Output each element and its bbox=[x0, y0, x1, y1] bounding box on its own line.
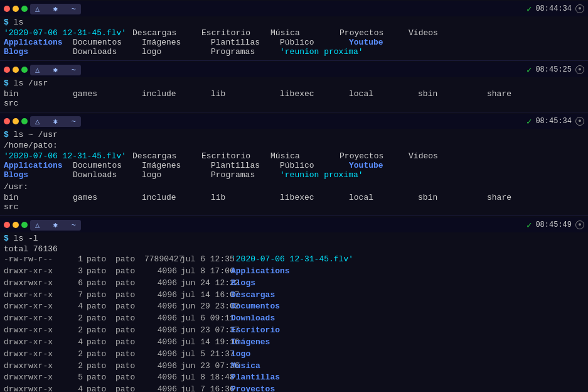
ll-links: 2 bbox=[72, 325, 83, 337]
ll-name: '2020-07-06 12-31-45.flv' bbox=[231, 254, 584, 266]
close-btn-4[interactable] bbox=[4, 222, 10, 228]
maximize-btn-2[interactable] bbox=[21, 67, 28, 73]
table-row: drwxr-xr-x 3 pato pato 4096 jul 8 17:06 … bbox=[4, 266, 584, 278]
header-right-3: ✓ 08:45:34 ● bbox=[527, 116, 584, 127]
ll-date: jun 29 23:02 bbox=[181, 301, 231, 313]
table-row: drwxrwxr-x 6 pato pato 4096 jun 24 12:22… bbox=[4, 278, 584, 290]
info-btn-3[interactable]: ● bbox=[575, 117, 584, 126]
ls-item: Plantillas bbox=[211, 161, 280, 170]
ls-item: '2020-07-06 12-31-45.flv' bbox=[4, 28, 132, 38]
ll-size: 4096 bbox=[144, 301, 177, 313]
ll-user: pato bbox=[87, 278, 115, 290]
ll-date: jul 14 19:16 bbox=[181, 337, 231, 349]
ls-item: sbin bbox=[418, 193, 487, 202]
ls-item: sbin bbox=[418, 89, 487, 99]
ll-user: pato bbox=[87, 325, 115, 337]
ll-perm: drwxrwxr-x bbox=[4, 372, 72, 384]
ll-perm: drwxr-xr-x bbox=[4, 301, 72, 313]
ls-output-1c: Blogs Downloads logo Programas 'reunion … bbox=[4, 47, 584, 57]
ll-listing: -rw-rw-r-- 1 pato pato 77890427 jul 6 12… bbox=[4, 254, 584, 392]
ll-links: 2 bbox=[72, 349, 83, 361]
ll-name: Escritorio bbox=[231, 325, 584, 337]
ls-item: Documentos bbox=[73, 38, 142, 47]
tab-home[interactable]: △ ✱ ~ bbox=[30, 4, 81, 14]
ll-user: pato bbox=[87, 313, 115, 325]
tab-4[interactable]: △ ✱ ~ bbox=[30, 220, 81, 231]
ll-perm: drwxr-xr-x bbox=[4, 325, 72, 337]
ls-item: lib bbox=[211, 193, 280, 202]
ll-size: 4096 bbox=[144, 349, 177, 361]
ll-user: pato bbox=[87, 384, 115, 392]
ll-links: 4 bbox=[72, 337, 83, 349]
ll-user: pato bbox=[87, 266, 115, 278]
block1-content: $ ls '2020-07-06 12-31-45.flv' Descargas… bbox=[0, 16, 588, 59]
ll-group: pato bbox=[115, 278, 144, 290]
ls-item: src bbox=[4, 99, 73, 108]
ll-perm: drwxr-xr-x bbox=[4, 349, 72, 361]
header-left-4: △ ✱ ~ bbox=[4, 220, 81, 231]
ll-date: jul 7 16:36 bbox=[181, 384, 231, 392]
ls-item: Youtube bbox=[349, 38, 418, 47]
ll-links: 4 bbox=[72, 301, 83, 313]
header-left-2: △ ✱ ~ bbox=[4, 65, 81, 75]
ll-perm: drwxrwxr-x bbox=[4, 278, 72, 290]
ls-item: libexec bbox=[280, 193, 349, 202]
ll-perm: drwxr-xr-x bbox=[4, 337, 72, 349]
cmd-text-2: ls /usr bbox=[14, 79, 48, 88]
close-btn-2[interactable] bbox=[4, 67, 10, 73]
ls-item: Documentos bbox=[73, 161, 142, 170]
ll-date: jul 8 18:48 bbox=[181, 372, 231, 384]
terminal-block-3: △ ✱ ~ ✓ 08:45:34 ● $ ls ~ /usr /home/pat… bbox=[0, 112, 588, 216]
ll-perm: -rw-rw-r-- bbox=[4, 254, 72, 266]
ll-date: jun 23 07:37 bbox=[181, 325, 231, 337]
ls-item: Programas bbox=[211, 47, 280, 57]
ll-name: Imágenes bbox=[231, 337, 584, 349]
info-btn-2[interactable]: ● bbox=[575, 65, 584, 74]
ls-item: include bbox=[142, 193, 211, 202]
close-btn[interactable] bbox=[4, 6, 10, 12]
minimize-btn-2[interactable] bbox=[13, 67, 19, 73]
tab-3[interactable]: △ ✱ ~ bbox=[30, 116, 81, 127]
ls-item: Plantillas bbox=[211, 38, 280, 47]
ll-group: pato bbox=[115, 266, 144, 278]
info-btn-1[interactable]: ● bbox=[575, 4, 584, 13]
block3-content: $ ls ~ /usr /home/pato: '2020-07-06 12-3… bbox=[0, 129, 588, 214]
ll-group: pato bbox=[115, 254, 144, 266]
minimize-btn-3[interactable] bbox=[13, 118, 19, 124]
terminal-block-4: △ ✱ ~ ✓ 08:45:49 ● $ ls -l total 76136 -… bbox=[0, 216, 588, 392]
ls-item: bin bbox=[4, 193, 73, 202]
maximize-btn-4[interactable] bbox=[21, 222, 28, 228]
ll-date: jun 23 07:36 bbox=[181, 361, 231, 373]
prompt-1: $ bbox=[4, 18, 14, 27]
header-right-2: ✓ 08:45:25 ● bbox=[527, 65, 584, 75]
close-btn-3[interactable] bbox=[4, 118, 10, 124]
ls-home-row3: Blogs Downloads logo Programas 'reunion … bbox=[4, 170, 584, 180]
home-path: /home/pato: bbox=[4, 141, 584, 150]
minimize-btn-4[interactable] bbox=[13, 222, 19, 228]
ll-user: pato bbox=[87, 290, 115, 302]
ll-user: pato bbox=[87, 361, 115, 373]
ll-date: jul 8 17:06 bbox=[181, 266, 231, 278]
tab-2[interactable]: △ ✱ ~ bbox=[30, 65, 81, 75]
terminal-header-4: △ ✱ ~ ✓ 08:45:49 ● bbox=[0, 217, 588, 232]
ls-item: 'reunion proxima' bbox=[280, 47, 370, 57]
info-btn-4[interactable]: ● bbox=[575, 220, 584, 229]
ll-name: Proyectos bbox=[231, 384, 584, 392]
ll-size: 4096 bbox=[144, 337, 177, 349]
timestamp-3: 08:45:34 bbox=[535, 117, 572, 126]
timestamp-2: 08:45:25 bbox=[535, 65, 572, 74]
cmd-text-1: ls bbox=[14, 18, 24, 27]
maximize-btn[interactable] bbox=[21, 6, 28, 12]
cmd-line-4: $ ls -l bbox=[4, 234, 584, 243]
ll-size: 4096 bbox=[144, 372, 177, 384]
maximize-btn-3[interactable] bbox=[21, 118, 28, 124]
header-right-4: ✓ 08:45:49 ● bbox=[527, 220, 584, 231]
ll-name: Downloads bbox=[231, 313, 584, 325]
minimize-btn[interactable] bbox=[13, 6, 19, 12]
table-row: drwxr-xr-x 7 pato pato 4096 jul 14 16:07… bbox=[4, 290, 584, 302]
prompt-2: $ bbox=[4, 79, 14, 88]
ls-item: lib bbox=[211, 89, 280, 99]
ls-item: Escritorio bbox=[201, 151, 270, 161]
ll-size: 4096 bbox=[144, 361, 177, 373]
ls-item: Público bbox=[280, 161, 349, 170]
